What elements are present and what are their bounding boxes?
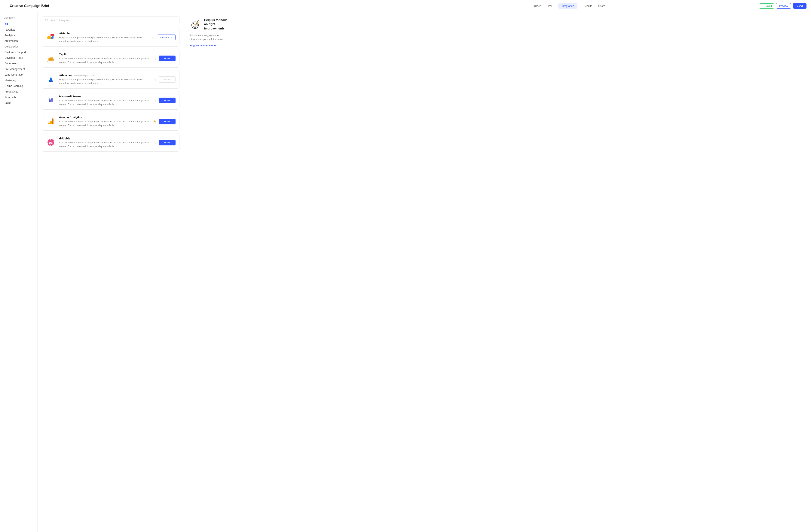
zeplin-name-row: Zeplin — [59, 53, 150, 56]
airtable-info: Airtable Ut quis sunt voluptas doloremqu… — [59, 32, 148, 43]
svg-text:T: T — [50, 98, 51, 100]
check-icon: ✓ — [762, 4, 764, 7]
atlassian-name-row: Atlassian Avaliable on paid plans — [59, 74, 150, 77]
atlassian-desc: Ut quis sunt voluptas doloremque dolorem… — [59, 78, 150, 85]
microsoft-teams-info: Microsoft Teams Qui sint dolorem maiores… — [59, 95, 150, 106]
sidebar-item-marketing[interactable]: Marketing — [4, 78, 34, 83]
google-analytics-star[interactable]: ★ — [153, 119, 156, 124]
nav-builder[interactable]: Builder — [533, 4, 541, 8]
sidebar-item-favorites[interactable]: Favorites — [4, 27, 34, 32]
svg-point-25 — [195, 25, 196, 26]
google-analytics-actions: ★ Connect — [153, 119, 175, 124]
dribbble-name: dribbble — [59, 137, 70, 140]
sidebar-item-online-learning[interactable]: Online Learning — [4, 83, 34, 89]
nav-share[interactable]: Share — [598, 4, 605, 8]
airtable-desc: Ut quis sunt voluptas doloremque dolorem… — [59, 36, 148, 43]
airtable-name-row: Airtable — [59, 32, 148, 35]
sidebar-item-analytics[interactable]: Analytics — [4, 33, 34, 38]
search-input[interactable] — [50, 19, 176, 22]
search-bar — [42, 16, 180, 25]
nav-results[interactable]: Results — [583, 4, 592, 8]
sidebar-item-all[interactable]: All — [4, 21, 34, 27]
header-nav: Builder Flow Integration Results Share — [382, 3, 756, 9]
atlassian-info: Atlassian Avaliable on paid plans Ut qui… — [59, 74, 150, 85]
google-analytics-logo — [46, 116, 56, 126]
airtable-customize-button[interactable]: Customize — [157, 34, 175, 40]
integrations-content: Airtable Ut quis sunt voluptas doloremqu… — [37, 12, 184, 532]
sidebar-item-customer-support[interactable]: Customer Support — [4, 49, 34, 55]
svg-rect-18 — [50, 121, 52, 124]
airtable-star[interactable]: ☆ — [151, 35, 155, 40]
suggest-link[interactable]: Suggest an interaction — [189, 44, 216, 47]
sidebar-item-lead-generation[interactable]: Lead Generation — [4, 72, 34, 77]
microsoft-teams-actions: ☆ Connect — [153, 98, 175, 104]
airtable-actions: ☆ Customize — [151, 34, 175, 40]
saved-badge: ✓ Saved — [759, 3, 774, 9]
svg-rect-13 — [50, 100, 53, 102]
svg-marker-4 — [51, 36, 53, 40]
sidebar: Categories All Favorites Analytics Autom… — [0, 12, 37, 532]
atlassian-star[interactable]: ☆ — [153, 77, 156, 82]
atlassian-logo — [46, 75, 56, 84]
sidebar-section-label: Categories — [4, 16, 34, 19]
zeplin-name: Zeplin — [59, 53, 67, 56]
integration-card-microsoft-teams: T Microsoft Teams Qui sint dolorem maior… — [42, 91, 180, 110]
microsoft-teams-logo: T — [46, 95, 56, 105]
dribbble-actions: ☆ Connect — [153, 140, 175, 145]
page-title: Creative Campaign Brief — [10, 4, 49, 8]
sidebar-item-research[interactable]: Research — [4, 95, 34, 100]
sidebar-item-collabration[interactable]: Collabration — [4, 44, 34, 49]
right-panel-description: If you have a suggestion for integration… — [189, 34, 228, 41]
svg-rect-17 — [48, 123, 50, 124]
dribbble-logo — [46, 138, 56, 147]
header-right: ✓ Saved Preview Send — [759, 3, 807, 9]
svg-line-1 — [47, 21, 48, 21]
microsoft-teams-star[interactable]: ☆ — [153, 98, 156, 103]
google-analytics-name-row: Google Analytics — [59, 116, 150, 119]
dribbble-desc: Qui sint dolorem maiores voluptatibus re… — [59, 141, 150, 148]
google-analytics-connect-button[interactable]: Connect — [159, 119, 175, 124]
zeplin-desc: Qui sint dolorem maiores voluptatibus re… — [59, 57, 150, 64]
right-panel-header: Help us to focus on right improvements. — [189, 18, 228, 31]
zeplin-star[interactable]: ☆ — [153, 56, 156, 61]
svg-point-12 — [51, 98, 53, 99]
right-panel: Help us to focus on right improvements. … — [184, 12, 233, 532]
microsoft-teams-connect-button[interactable]: Connect — [159, 98, 175, 104]
dribbble-info: dribbble Qui sint dolorem maiores volupt… — [59, 137, 150, 148]
dribbble-connect-button[interactable]: Connect — [159, 140, 175, 145]
send-button[interactable]: Send — [793, 3, 807, 9]
dribbble-name-row: dribbble — [59, 137, 150, 140]
zeplin-info: Zeplin Qui sint dolorem maiores voluptat… — [59, 53, 150, 64]
nav-flow[interactable]: Flow — [547, 4, 552, 8]
sidebar-item-automation[interactable]: Automation — [4, 38, 34, 44]
zeplin-actions: ☆ Connect — [153, 56, 175, 61]
target-icon — [189, 18, 201, 30]
atlassian-connect-button: Connect — [159, 76, 175, 82]
main-layout: Categories All Favorites Analytics Autom… — [0, 12, 811, 532]
sidebar-item-developer-tools[interactable]: Developer Tools — [4, 55, 34, 60]
zeplin-connect-button[interactable]: Connect — [159, 56, 175, 61]
svg-line-9 — [53, 60, 54, 62]
sidebar-item-documents[interactable]: Documents — [4, 61, 34, 66]
microsoft-teams-desc: Qui sint dolorem maiores voluptatibus re… — [59, 99, 150, 106]
google-analytics-desc: Qui sint dolorem maiores voluptatibus re… — [59, 120, 150, 127]
nav-integration[interactable]: Integration — [558, 3, 578, 9]
integration-card-atlassian: Atlassian Avaliable on paid plans Ut qui… — [42, 70, 180, 89]
sidebar-item-sales[interactable]: Sales — [4, 100, 34, 106]
integration-card-zeplin: Zeplin Qui sint dolorem maiores voluptat… — [42, 49, 180, 67]
svg-rect-3 — [50, 34, 54, 36]
google-analytics-name: Google Analytics — [59, 116, 82, 119]
airtable-name: Airtable — [59, 32, 70, 35]
sidebar-item-productivity[interactable]: Productivity — [4, 89, 34, 94]
atlassian-badge: Avaliable on paid plans — [74, 74, 95, 77]
header-left: ← Creative Campaign Brief — [4, 4, 379, 8]
dribbble-star[interactable]: ☆ — [153, 140, 156, 145]
sidebar-item-file-management[interactable]: File Management — [4, 66, 34, 72]
back-button[interactable]: ← — [4, 4, 8, 8]
atlassian-actions: ☆ Connect — [153, 76, 175, 82]
integration-card-airtable: Airtable Ut quis sunt voluptas doloremqu… — [42, 28, 180, 47]
integration-card-google-analytics: Google Analytics Qui sint dolorem maiore… — [42, 112, 180, 130]
svg-point-20 — [52, 119, 53, 120]
zeplin-logo — [46, 53, 56, 63]
preview-button[interactable]: Preview — [776, 3, 791, 9]
